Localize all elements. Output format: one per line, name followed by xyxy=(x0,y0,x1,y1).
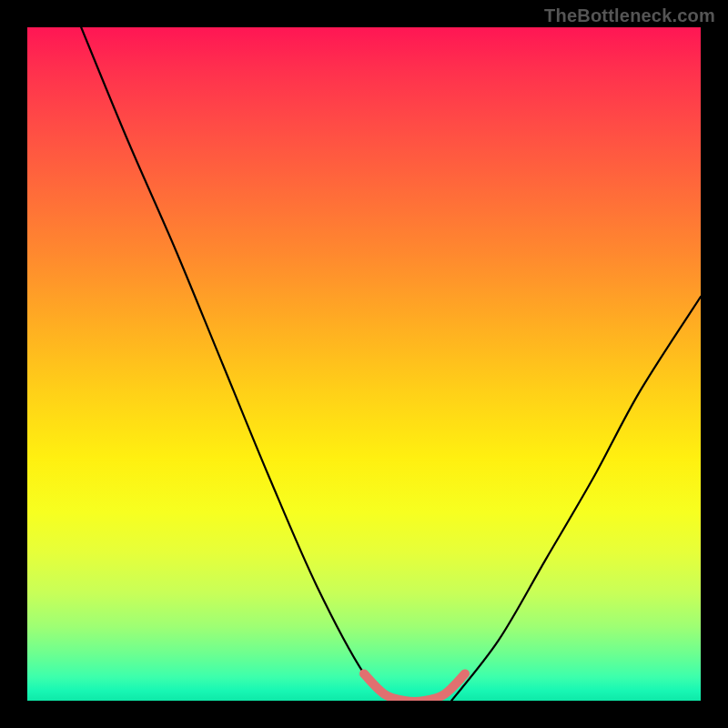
plot-area xyxy=(27,27,701,701)
highlight-curve xyxy=(364,673,465,701)
chart-frame: TheBottleneck.com xyxy=(0,0,728,728)
watermark-text: TheBottleneck.com xyxy=(544,5,715,26)
curve-svg xyxy=(27,27,701,701)
bottleneck-curve-left xyxy=(81,27,390,701)
bottleneck-curve-right xyxy=(451,297,701,701)
